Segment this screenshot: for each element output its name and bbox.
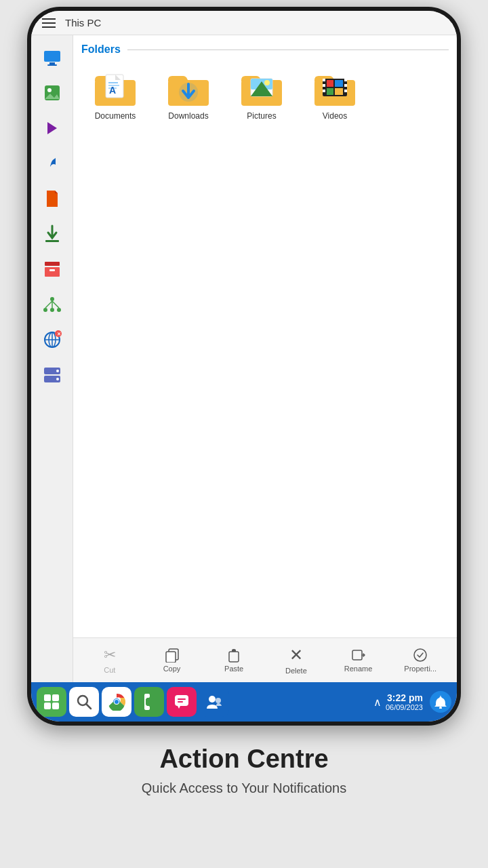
svg-marker-70 [178, 706, 180, 709]
svg-rect-59 [44, 694, 51, 701]
svg-line-18 [52, 301, 59, 308]
sidebar-item-download[interactable] [35, 217, 69, 251]
taskbar-launcher[interactable] [37, 687, 66, 717]
svg-point-58 [414, 649, 426, 661]
folder-videos-label: Videos [323, 111, 347, 122]
svg-point-73 [209, 696, 216, 703]
svg-point-68 [115, 700, 119, 704]
svg-rect-50 [327, 80, 333, 87]
action-centre-subtitle: Quick Access to Your Notifications [142, 781, 346, 796]
folder-documents-label: Documents [95, 111, 136, 122]
sidebar-item-file[interactable] [35, 182, 69, 216]
sidebar-item-desktop[interactable] [35, 41, 69, 75]
sidebar-item-music[interactable] [35, 146, 69, 180]
svg-rect-62 [52, 703, 59, 709]
svg-rect-11 [49, 269, 55, 271]
sidebar-item-server[interactable] [35, 358, 69, 392]
svg-point-4 [47, 88, 52, 92]
folder-pictures[interactable]: Pictures [228, 64, 296, 126]
svg-rect-52 [327, 88, 333, 95]
svg-point-28 [56, 378, 59, 380]
folder-downloads[interactable]: Downloads [155, 64, 222, 126]
explorer-content: Folders [73, 35, 457, 637]
svg-rect-57 [352, 650, 362, 660]
properties-icon [413, 648, 428, 663]
taskbar-time: 3:22 pm 06/09/2023 [386, 692, 423, 711]
sidebar: ✕ [31, 35, 73, 682]
svg-rect-45 [323, 84, 325, 87]
toolbar-cut[interactable]: ✂ Cut [79, 644, 141, 677]
properties-label: Properti... [404, 665, 436, 673]
svg-rect-10 [45, 267, 60, 277]
svg-rect-55 [166, 652, 176, 663]
svg-point-74 [216, 698, 221, 703]
toolbar: ✂ Cut Copy Paste ✕ Delete [73, 637, 457, 682]
svg-rect-8 [45, 240, 59, 242]
svg-rect-71 [178, 698, 186, 700]
svg-text:✕: ✕ [57, 332, 61, 336]
svg-rect-60 [52, 694, 59, 701]
top-bar-title: This PC [65, 17, 101, 28]
main-area: ✕ Folders [31, 35, 457, 682]
taskbar: ∧ 3:22 pm 06/09/2023 [31, 682, 457, 722]
svg-rect-72 [178, 701, 183, 703]
cut-icon: ✂ [104, 646, 116, 664]
svg-rect-51 [335, 80, 343, 87]
taskbar-chat[interactable] [167, 687, 197, 717]
folder-pictures-label: Pictures [247, 111, 276, 122]
folder-downloads-label: Downloads [168, 111, 208, 122]
svg-point-15 [57, 308, 61, 312]
toolbar-copy[interactable]: Copy [141, 645, 203, 675]
delete-label: Delete [285, 667, 307, 675]
svg-line-16 [45, 301, 52, 308]
time-display: 3:22 pm [387, 692, 423, 703]
toolbar-delete[interactable]: ✕ Delete [265, 643, 327, 677]
svg-rect-47 [344, 79, 347, 81]
below-phone: Action Centre Quick Access to Your Notif… [128, 726, 360, 810]
svg-rect-0 [44, 51, 60, 62]
svg-rect-56 [229, 652, 239, 662]
sidebar-item-network[interactable] [35, 288, 69, 321]
taskbar-users[interactable] [199, 687, 229, 717]
svg-rect-1 [49, 62, 55, 64]
phone-frame: This PC [27, 7, 461, 726]
sidebar-item-archive[interactable] [35, 252, 69, 286]
folders-grid: A Documents [81, 64, 449, 126]
sidebar-item-video[interactable] [35, 111, 69, 145]
svg-text:A: A [109, 85, 116, 96]
taskbar-chrome[interactable] [102, 687, 131, 717]
svg-point-27 [56, 370, 59, 372]
svg-point-12 [50, 297, 54, 301]
svg-point-14 [50, 308, 54, 312]
sidebar-item-web[interactable]: ✕ [35, 323, 69, 357]
svg-rect-61 [44, 703, 51, 709]
section-header: Folders [81, 43, 449, 56]
taskbar-search[interactable] [69, 687, 99, 717]
folder-documents[interactable]: A Documents [81, 64, 149, 126]
taskbar-phone[interactable] [134, 687, 164, 717]
svg-rect-44 [323, 79, 325, 81]
date-display: 06/09/2023 [386, 703, 423, 711]
sidebar-item-gallery[interactable] [35, 76, 69, 110]
svg-point-41 [264, 80, 270, 85]
copy-icon [165, 648, 180, 663]
svg-point-75 [439, 707, 442, 709]
toolbar-properties[interactable]: Properti... [389, 645, 451, 675]
toolbar-paste[interactable]: Paste [203, 645, 265, 675]
expand-arrow[interactable]: ∧ [373, 696, 382, 709]
file-explorer: Folders [73, 35, 457, 682]
hamburger-menu[interactable] [42, 18, 56, 28]
paste-label: Paste [224, 665, 243, 673]
top-bar: This PC [31, 11, 457, 35]
svg-rect-46 [323, 90, 325, 92]
svg-rect-2 [47, 64, 57, 66]
copy-label: Copy [163, 665, 181, 673]
svg-rect-48 [344, 84, 347, 87]
delete-icon: ✕ [289, 646, 303, 665]
svg-rect-9 [45, 262, 60, 266]
svg-rect-69 [175, 695, 188, 706]
folder-videos[interactable]: Videos [301, 64, 369, 126]
toolbar-rename[interactable]: Rename [327, 645, 390, 675]
taskbar-notification[interactable] [430, 691, 451, 713]
svg-marker-7 [47, 122, 57, 134]
